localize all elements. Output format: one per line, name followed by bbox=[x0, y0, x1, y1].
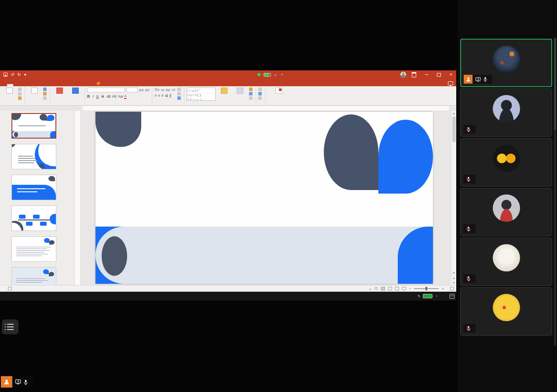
thumbnail-slide-2[interactable] bbox=[0, 144, 74, 169]
participant-tile[interactable] bbox=[460, 88, 552, 137]
arrange-button[interactable] bbox=[217, 88, 231, 94]
thumbnail-preview[interactable] bbox=[11, 113, 56, 139]
align-left-icon[interactable]: ≡ bbox=[154, 93, 157, 98]
thumbnail-slide-1[interactable] bbox=[0, 113, 74, 139]
qat-dropdown-icon[interactable]: ▾ bbox=[24, 73, 26, 77]
participant-tile[interactable] bbox=[460, 287, 552, 336]
save-icon[interactable] bbox=[4, 73, 7, 77]
undo-icon[interactable]: ↺ bbox=[11, 73, 14, 77]
zoom-out-button[interactable]: − bbox=[409, 287, 411, 291]
zoom-slider-thumb[interactable] bbox=[425, 287, 427, 290]
current-slide[interactable] bbox=[95, 112, 433, 284]
page-library-button[interactable] bbox=[68, 88, 82, 94]
zoom-slider[interactable] bbox=[414, 288, 439, 289]
spellcheck-icon[interactable] bbox=[8, 287, 12, 290]
normal-view-button[interactable] bbox=[381, 287, 385, 290]
thumbnail-preview[interactable] bbox=[11, 236, 56, 262]
section-button[interactable] bbox=[43, 96, 48, 100]
zoom-in-button[interactable]: + bbox=[442, 287, 444, 291]
copy-button[interactable] bbox=[18, 92, 22, 95]
battery-indicator[interactable] bbox=[423, 294, 432, 298]
indent-icons[interactable]: ≤≥ bbox=[166, 88, 170, 92]
bullets-icon[interactable]: ⠿≡ bbox=[154, 88, 159, 92]
thumbnail-preview[interactable] bbox=[11, 144, 56, 169]
participant-tile[interactable] bbox=[460, 188, 552, 236]
restore-button[interactable] bbox=[434, 70, 443, 79]
notes-button[interactable]: ▵ bbox=[370, 287, 371, 291]
text-shadow-button[interactable]: ab bbox=[106, 94, 110, 99]
change-case-button[interactable]: Aa bbox=[118, 94, 123, 99]
shapes-gallery[interactable]: □○△◇\⌒□△○◇( ){ } ~ ─ ○ bbox=[187, 88, 216, 101]
previous-slide-button[interactable]: ▲ bbox=[452, 275, 455, 280]
thumbnail-preview[interactable] bbox=[11, 205, 56, 231]
slide-canvas[interactable] bbox=[81, 111, 451, 285]
comments-button[interactable]: 🗨 bbox=[374, 287, 378, 291]
slideshow-view-button[interactable] bbox=[402, 287, 406, 290]
thumbnail-slide-5[interactable] bbox=[0, 236, 74, 262]
thumbnail-preview[interactable] bbox=[11, 267, 56, 285]
ribbon-display-options-button[interactable] bbox=[410, 70, 418, 79]
font-color-button[interactable]: A bbox=[124, 94, 127, 99]
justify-icon[interactable]: ≣ bbox=[165, 93, 168, 98]
reset-button[interactable] bbox=[43, 92, 48, 95]
find-button[interactable] bbox=[258, 88, 263, 91]
slide-sorter-view-button[interactable] bbox=[388, 287, 392, 290]
bold-button[interactable]: B bbox=[87, 94, 90, 99]
shrink-font-icon[interactable]: A˅ bbox=[145, 88, 150, 92]
minimize-button[interactable] bbox=[422, 70, 431, 79]
template-library-button[interactable] bbox=[52, 88, 66, 94]
text-direction-button[interactable] bbox=[177, 88, 182, 91]
select-button[interactable] bbox=[258, 96, 263, 100]
align-center-icon[interactable]: ≡ bbox=[158, 93, 160, 98]
strikethrough-button[interactable]: S bbox=[102, 94, 104, 99]
thumbnail-slide-3[interactable] bbox=[0, 175, 74, 200]
shape-outline-button[interactable] bbox=[249, 92, 253, 95]
create-pdf-button[interactable] bbox=[268, 88, 290, 95]
grow-font-icon[interactable]: A˄ bbox=[139, 88, 144, 92]
tray-expand-icon[interactable]: ^ bbox=[436, 294, 437, 298]
participant-tile[interactable] bbox=[460, 138, 552, 187]
account-avatar[interactable] bbox=[400, 72, 406, 77]
font-size-select[interactable] bbox=[126, 88, 138, 92]
line-spacing-icon[interactable]: ↕≡ bbox=[171, 88, 175, 92]
participant-list-toggle-button[interactable] bbox=[2, 319, 18, 334]
layout-button[interactable] bbox=[43, 88, 48, 91]
reading-view-button[interactable] bbox=[395, 287, 399, 290]
numbering-icon[interactable]: ≔ bbox=[161, 88, 165, 92]
vertical-scrollbar[interactable]: ▲ ▼ ▲ ▼ bbox=[451, 111, 456, 285]
shape-fill-button[interactable] bbox=[249, 88, 253, 91]
scrollbar-thumb[interactable] bbox=[452, 117, 456, 142]
cut-button[interactable] bbox=[18, 88, 22, 91]
font-name-select[interactable] bbox=[87, 88, 125, 92]
redo-icon[interactable]: ↻ bbox=[17, 73, 21, 77]
shape-effects-button[interactable] bbox=[249, 96, 253, 100]
next-slide-button[interactable]: ▼ bbox=[452, 280, 455, 285]
sidebar-scrollbar[interactable] bbox=[554, 38, 556, 346]
thumbnail-preview[interactable] bbox=[11, 175, 56, 200]
scroll-down-icon[interactable]: ▼ bbox=[452, 271, 455, 275]
close-button[interactable]: × bbox=[447, 70, 455, 79]
slide-thumbnail-panel[interactable] bbox=[0, 111, 75, 285]
slide-deco-leaf-topleft bbox=[95, 112, 141, 147]
notification-center-icon[interactable] bbox=[450, 294, 454, 299]
character-spacing-button[interactable]: AV bbox=[112, 94, 117, 99]
comments-bubble-icon[interactable] bbox=[448, 81, 453, 85]
thumbnail-slide-6[interactable] bbox=[0, 267, 74, 285]
smartart-button[interactable] bbox=[177, 96, 182, 100]
fit-to-window-button[interactable] bbox=[450, 287, 454, 290]
tell-me-search[interactable] bbox=[97, 82, 102, 86]
underline-button[interactable]: U bbox=[96, 94, 99, 99]
quick-styles-button[interactable] bbox=[233, 88, 247, 94]
thumbnail-slide-4[interactable] bbox=[0, 205, 74, 231]
columns-icon[interactable]: ∥ bbox=[169, 93, 171, 98]
format-painter-button[interactable] bbox=[18, 96, 22, 100]
paste-button[interactable] bbox=[2, 88, 16, 94]
new-slide-button[interactable] bbox=[27, 88, 41, 94]
align-right-icon[interactable]: ≡ bbox=[161, 93, 164, 98]
italic-button[interactable]: I bbox=[92, 94, 93, 99]
replace-button[interactable] bbox=[258, 92, 263, 95]
participant-tile[interactable] bbox=[460, 238, 552, 286]
align-text-button[interactable] bbox=[177, 92, 182, 95]
scroll-up-icon[interactable]: ▲ bbox=[452, 111, 455, 116]
participant-tile-host[interactable] bbox=[460, 39, 552, 87]
